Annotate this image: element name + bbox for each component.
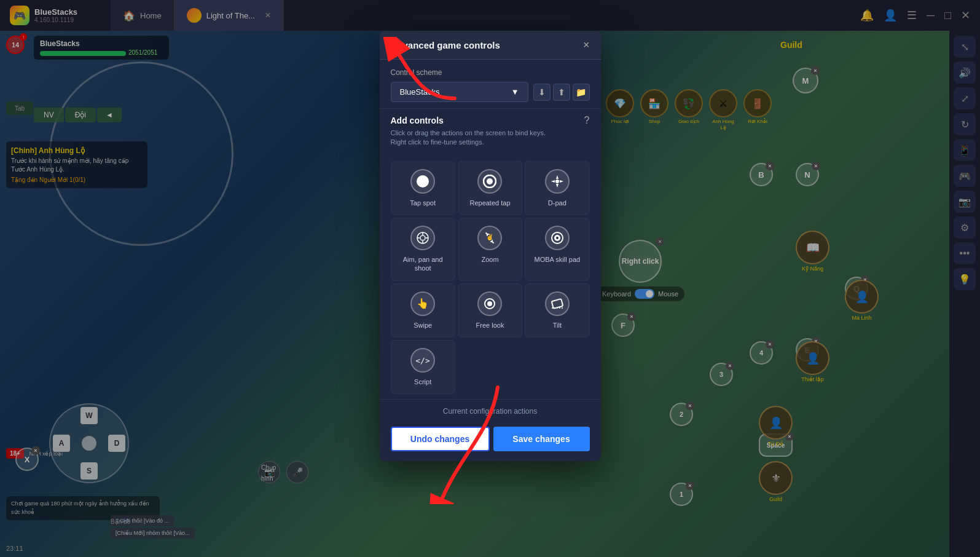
control-tilt[interactable]: Tilt [525,283,589,338]
add-controls-section: Add controls ? Click or drag the actions… [380,108,601,161]
control-tap-spot[interactable]: Tap spot [391,161,455,215]
aim-pan-shoot-icon [410,226,435,250]
control-d-pad[interactable]: D-pad [525,161,589,215]
modal-close-button[interactable]: × [583,39,590,50]
control-free-look[interactable]: Free look [458,283,522,338]
control-repeated-tap[interactable]: Repeated tap [458,161,522,215]
svg-point-22 [487,301,492,306]
swipe-icon: 👆 [410,291,435,316]
import-icon[interactable]: ⬇ [533,84,551,101]
free-look-icon [477,291,502,316]
d-pad-label: D-pad [548,199,566,207]
folder-icon[interactable]: 📁 [573,84,590,101]
modal-header: Advanced game controls × [380,31,601,60]
control-swipe[interactable]: 👆 Swipe [391,283,455,338]
script-icon: </> [410,348,435,373]
control-scheme-section: Control scheme BlueStacks ▼ ⬇ ⬆ 📁 [380,60,601,108]
undo-changes-button[interactable]: Undo changes [391,427,490,451]
control-moba-skill[interactable]: MOBA skill pad [525,218,589,281]
svg-point-2 [487,178,493,184]
scheme-value: BlueStacks [400,87,440,97]
current-config-label: Current configuration actions [443,407,537,416]
tap-spot-icon [410,169,435,194]
svg-text:👆: 👆 [417,298,429,309]
advanced-controls-modal: Advanced game controls × Control scheme … [380,31,601,461]
script-label: Script [414,377,431,386]
current-config-section: Current configuration actions [380,399,601,421]
aim-pan-shoot-label: Aim, pan and shoot [396,255,450,273]
add-controls-desc: Click or drag the actions on the screen … [391,128,590,148]
d-pad-icon [545,169,570,194]
tilt-label: Tilt [553,321,562,330]
svg-point-19 [556,237,559,239]
swipe-label: Swipe [414,321,432,330]
scheme-row: BlueStacks ▼ ⬇ ⬆ 📁 [391,82,590,102]
svg-point-5 [420,235,425,240]
control-script[interactable]: </> Script [391,340,455,394]
modal-overlay: Advanced game controls × Control scheme … [0,0,980,557]
control-aim-pan-shoot[interactable]: Aim, pan and shoot [391,218,455,281]
modal-title: Advanced game controls [391,40,500,50]
zoom-label: Zoom [481,255,498,264]
svg-point-0 [417,175,429,188]
add-controls-title: Add controls [391,116,444,125]
save-changes-button[interactable]: Save changes [493,427,590,451]
repeated-tap-label: Repeated tap [469,199,510,207]
modal-footer: Undo changes Save changes [380,421,601,461]
svg-point-3 [555,180,559,183]
controls-grid: Tap spot Repeated tap [380,161,601,394]
control-scheme-label: Control scheme [391,68,590,77]
svg-text:✌: ✌ [486,233,494,241]
moba-skill-icon [545,226,570,250]
help-icon[interactable]: ? [584,115,590,126]
control-zoom[interactable]: ✌ Zoom [458,218,522,281]
tilt-icon [545,291,570,316]
free-look-label: Free look [476,321,504,330]
zoom-icon: ✌ [477,226,502,250]
tap-spot-label: Tap spot [410,199,436,207]
repeated-tap-icon [477,169,502,194]
scheme-action-icons: ⬇ ⬆ 📁 [533,84,590,101]
dropdown-chevron-icon: ▼ [511,87,519,97]
export-icon[interactable]: ⬆ [553,84,570,101]
svg-rect-23 [552,299,563,309]
svg-text:</>: </> [416,356,429,365]
add-controls-header: Add controls ? [391,115,590,126]
scheme-dropdown[interactable]: BlueStacks ▼ [391,82,528,102]
moba-skill-label: MOBA skill pad [535,255,581,264]
